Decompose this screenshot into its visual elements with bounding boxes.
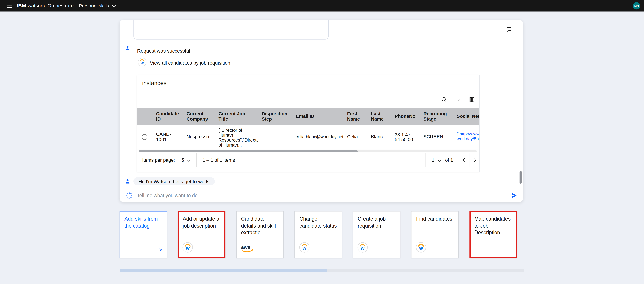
chat-input[interactable] (137, 193, 510, 198)
card-add-or-update-job-description[interactable]: Add or update a job description W (178, 211, 226, 258)
card-label: Candidate details and skill extractio... (241, 216, 276, 235)
cell-recruiting-stage: SCREEN (420, 125, 454, 149)
brand-ibm: IBM (17, 3, 26, 9)
total-pages-text: of 1 (445, 158, 458, 163)
svg-text:W: W (186, 246, 190, 250)
column-header[interactable]: Current Job Title (215, 108, 258, 125)
card-label: Add or update a job description (183, 216, 220, 229)
card-change-candidate-status[interactable]: Change candidate status W (294, 211, 342, 258)
avatar-initials: MO (634, 4, 639, 7)
workspace: Request was successful W View all candid… (0, 12, 644, 284)
pagination-range-text: 1 – 1 of 1 items (203, 158, 235, 162)
workday-logo-icon: W (299, 242, 310, 254)
column-header[interactable]: Email ID (292, 108, 344, 125)
bot-avatar-icon (125, 178, 130, 186)
skill-cards-row: Add skills from the catalog Add or updat… (120, 211, 517, 258)
card-label: Map candidates to Job Description (474, 216, 511, 235)
card-create-job-requisition[interactable]: Create a job requisition W (353, 211, 400, 258)
table-title: instances (142, 80, 166, 86)
column-header[interactable]: Last Name (368, 108, 392, 125)
cell-phone-no: 33 1 47 54 50 00 (391, 125, 420, 149)
workday-logo-icon: W (357, 242, 368, 254)
social-network-link[interactable]: workday/5b/18 (457, 136, 480, 141)
table-horizontal-scrollbar (139, 150, 477, 152)
brand-product: watsonx Orchestrate (28, 3, 74, 9)
cell-first-name: Celia (344, 125, 368, 149)
watson-greeting-bubble: Hi. I'm Watson. Let's get to work. (134, 177, 215, 185)
svg-text:W: W (360, 246, 365, 250)
page-number-select[interactable]: 1 (426, 153, 445, 167)
workday-logo-icon: W (416, 242, 426, 254)
aws-logo-icon: aws (241, 244, 255, 254)
chevron-down-icon (112, 3, 116, 8)
chevron-left-icon (462, 157, 465, 163)
current-page-value: 1 (432, 158, 434, 163)
previous-page-button[interactable] (458, 153, 469, 167)
column-header[interactable]: PhoneNo (391, 108, 420, 125)
divider (196, 153, 197, 167)
user-avatar[interactable]: MO (633, 2, 640, 10)
cell-social-network: ["http://www.li workday/5b/18 (454, 125, 480, 149)
table-scrollbar-thumb[interactable] (139, 150, 358, 152)
column-header[interactable]: Current Company (183, 108, 215, 125)
svg-text:aws: aws (241, 244, 250, 250)
column-settings-icon[interactable] (468, 96, 476, 103)
workday-logo-icon: W (182, 242, 193, 254)
results-table-card: instances Candidate ID Current Compa (137, 75, 480, 172)
table-row: CAND-1001 Nespresso ["Director of Human … (137, 125, 480, 150)
app-root: IBMwatsonx Orchestrate Personal skills M… (0, 0, 644, 284)
chat-feedback-icon[interactable] (506, 26, 512, 33)
svg-text:W: W (302, 246, 306, 250)
brand-title: IBMwatsonx Orchestrate (17, 3, 74, 9)
cell-last-name: Blanc (368, 125, 392, 149)
pagination-bar: Items per page: 5 1 – 1 of 1 items 1 of … (137, 153, 480, 167)
bot-avatar-icon (125, 45, 130, 52)
items-per-page-label: Items per page: (142, 158, 175, 162)
arrow-right-icon (155, 247, 162, 253)
column-header[interactable]: Recruiting Stage (420, 108, 454, 125)
column-header[interactable]: First Name (344, 108, 368, 125)
column-header[interactable]: Disposition Step (258, 108, 292, 125)
column-header[interactable]: Social Network (454, 108, 480, 125)
page-size-value: 5 (182, 158, 184, 162)
status-message: Request was successful (137, 48, 190, 54)
cell-email-id: celia.blanc@workday.net (292, 125, 344, 149)
chevron-down-icon (187, 158, 191, 162)
social-network-link[interactable]: ["http://www.li (457, 131, 480, 136)
job-title-text: ["Director of Human Resources","Director… (218, 127, 258, 147)
cell-current-job-title: ["Director of Human Resources","Director… (215, 125, 258, 149)
cell-current-company: Nespresso (183, 125, 215, 149)
chevron-down-icon (437, 158, 441, 163)
scrolled-message-bubble (134, 20, 328, 39)
column-header[interactable]: Candidate ID (153, 108, 183, 125)
skill-action-row[interactable]: W View all candidates by job requisition (138, 58, 230, 68)
cards-scrollbar-thumb[interactable] (120, 269, 327, 272)
download-icon[interactable] (454, 96, 462, 103)
greeting-text: Hi. I'm Watson. Let's get to work. (138, 179, 210, 184)
top-app-bar: IBMwatsonx Orchestrate Personal skills M… (0, 0, 644, 12)
see-more-link[interactable]: See more (218, 148, 238, 149)
chevron-right-icon (474, 157, 476, 163)
row-radio-button[interactable] (142, 134, 148, 140)
svg-text:W: W (419, 246, 423, 250)
next-page-button[interactable] (470, 153, 480, 167)
skills-menu-dropdown[interactable]: Personal skills (79, 0, 116, 12)
card-label: Change candidate status (299, 216, 337, 229)
page-size-select[interactable]: 5 (182, 158, 191, 162)
skills-menu-label: Personal skills (79, 3, 109, 8)
skill-action-label: View all candidates by job requisition (150, 60, 230, 66)
watsonx-sparkle-icon (125, 192, 133, 199)
card-find-candidates[interactable]: Find candidates W (411, 211, 459, 258)
card-map-candidates-to-job-description[interactable]: Map candidates to Job Description (470, 211, 517, 258)
card-add-skills-from-catalog[interactable]: Add skills from the catalog (120, 211, 167, 258)
send-icon[interactable] (510, 192, 518, 200)
search-icon[interactable] (440, 96, 448, 103)
pagination-controls: 1 of 1 (426, 153, 480, 167)
hamburger-menu-icon[interactable] (5, 2, 14, 10)
workday-logo-icon: W (138, 58, 147, 68)
chat-vertical-scrollbar[interactable] (520, 171, 522, 184)
card-candidate-details-skill-extraction[interactable]: Candidate details and skill extractio...… (236, 211, 284, 258)
svg-text:W: W (140, 61, 144, 65)
table-toolbar (440, 96, 476, 103)
chat-input-row (120, 189, 523, 202)
